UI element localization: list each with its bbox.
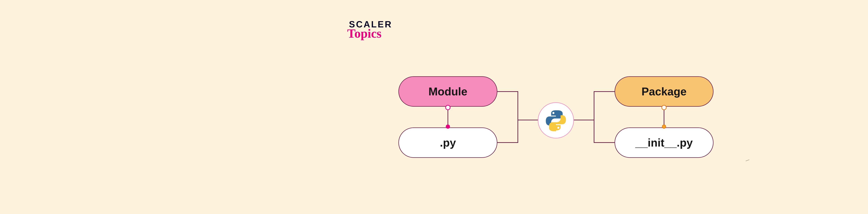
diagram-canvas: SCALER Topics Module .py Package __init_… bbox=[0, 0, 868, 214]
connector-node bbox=[661, 105, 666, 110]
python-logo-icon bbox=[545, 109, 567, 132]
scaler-topics-logo: SCALER Topics bbox=[349, 19, 392, 41]
connector-line bbox=[497, 91, 518, 92]
connector-node bbox=[446, 124, 450, 129]
py-label: .py bbox=[440, 136, 456, 149]
logo-line-2: Topics bbox=[347, 26, 381, 41]
connector-line bbox=[594, 91, 594, 143]
package-label: Package bbox=[642, 85, 687, 98]
connector-line bbox=[518, 91, 518, 143]
module-pill: Module bbox=[398, 76, 497, 107]
connector-node bbox=[662, 124, 666, 129]
connector-line bbox=[518, 120, 538, 120]
checkmark-icon bbox=[745, 157, 751, 164]
connector-line bbox=[594, 91, 615, 92]
init-label: __init__.py bbox=[636, 136, 693, 149]
python-logo-circle bbox=[538, 102, 574, 138]
connector-line bbox=[594, 142, 615, 143]
connector-line bbox=[574, 120, 594, 120]
init-pill: __init__.py bbox=[615, 128, 713, 158]
connector-node bbox=[445, 105, 451, 110]
py-pill: .py bbox=[398, 128, 497, 158]
module-label: Module bbox=[429, 85, 467, 98]
package-pill: Package bbox=[615, 76, 713, 107]
connector-line bbox=[497, 142, 518, 143]
